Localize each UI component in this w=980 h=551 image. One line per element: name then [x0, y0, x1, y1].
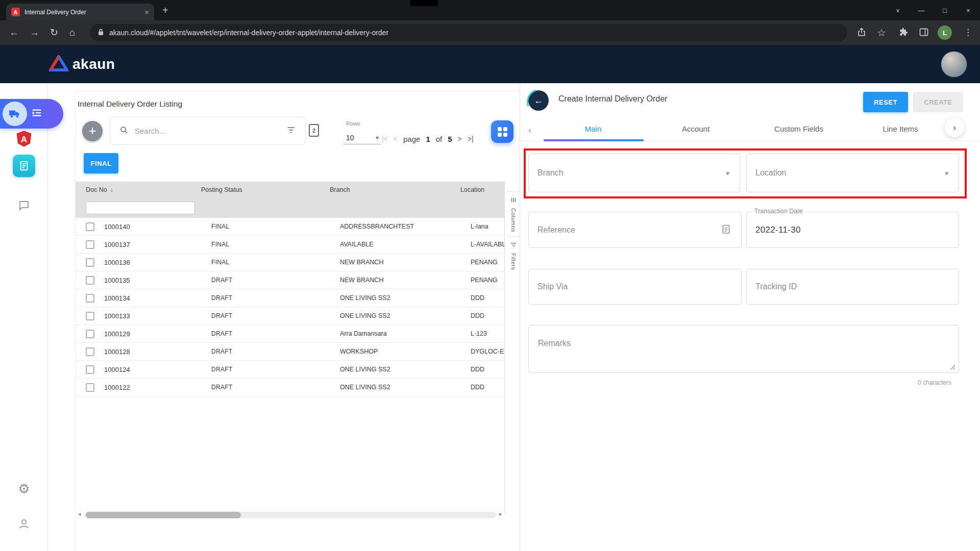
branch-label: Branch — [537, 168, 564, 178]
column-header-branch[interactable]: Branch — [330, 186, 460, 193]
tab-line-items[interactable]: Line Items — [883, 124, 918, 133]
cell-location: PENANG — [465, 277, 504, 284]
columns-side-tab[interactable]: Columns — [507, 191, 520, 236]
row-checkbox[interactable] — [86, 222, 94, 231]
sort-desc-icon[interactable]: ↓ — [110, 186, 113, 193]
back-button[interactable]: ← — [528, 90, 549, 111]
window-maximize-button[interactable]: □ — [933, 7, 957, 14]
create-button[interactable]: CREATE — [913, 92, 963, 112]
tabs-scroll-right-icon[interactable]: › — [945, 118, 964, 137]
last-page-icon[interactable]: >| — [468, 135, 474, 143]
row-checkbox[interactable] — [86, 330, 94, 338]
remarks-textarea[interactable]: Remarks — [528, 325, 959, 373]
sidebar-item-angular-applet[interactable]: A — [0, 130, 48, 147]
window-minimize-button[interactable]: — — [910, 7, 933, 14]
filters-side-tab[interactable]: Filters — [507, 236, 520, 274]
tabs-scroll-left-icon[interactable]: ‹ — [528, 125, 531, 136]
row-checkbox[interactable] — [86, 240, 94, 249]
table-body: 1000140 FINAL ADDRESSBRANCHTEST L-lana 1… — [76, 218, 504, 396]
ship-via-input[interactable]: Ship Via — [528, 269, 742, 305]
table-row[interactable]: 1000129 DRAFT Arra Damansara L-123 — [76, 325, 504, 343]
table-row[interactable]: 1000136 FINAL NEW BRANCH PENANG — [76, 254, 504, 271]
view-switcher-button[interactable] — [491, 120, 513, 143]
row-checkbox[interactable] — [86, 276, 94, 285]
add-record-button[interactable]: + — [82, 121, 103, 141]
search-input[interactable] — [135, 127, 280, 135]
tab-account[interactable]: Account — [682, 124, 709, 133]
rows-per-page-select[interactable]: 10 ▾ — [343, 131, 381, 144]
browser-menu-icon[interactable]: ⋮ — [964, 27, 972, 38]
branch-select[interactable]: Branch ▾ — [528, 154, 740, 192]
duplicate-pages-icon[interactable]: 2 — [309, 124, 319, 137]
sidebar-item-delivery-order[interactable] — [0, 155, 48, 177]
next-page-icon[interactable]: > — [458, 135, 462, 143]
applet-switcher-pill[interactable] — [0, 99, 63, 129]
table-row[interactable]: 1000133 DRAFT ONE LIVING SS2 DDD — [76, 307, 504, 325]
delivery-truck-icon[interactable] — [3, 102, 27, 126]
home-icon[interactable]: ⌂ — [69, 27, 75, 39]
row-checkbox[interactable] — [86, 294, 94, 303]
tab-custom-fields[interactable]: Custom Fields — [774, 124, 823, 133]
app-sidebar: A ⚙ — [0, 83, 48, 551]
page-current[interactable]: 1 — [426, 135, 430, 143]
tab-search-icon[interactable]: ∨ — [886, 7, 910, 14]
table-row[interactable]: 1000137 FINAL AVAILABLE L-AVAILABL — [76, 236, 504, 254]
share-icon[interactable] — [856, 27, 867, 39]
clipboard-icon[interactable] — [722, 224, 730, 236]
table-row[interactable]: 1000134 DRAFT ONE LIVING SS2 DDD — [76, 289, 504, 307]
column-header-posting-status[interactable]: Posting Status — [201, 186, 330, 193]
window-close-button[interactable]: × — [957, 7, 980, 14]
location-select[interactable]: Location ▾ — [746, 154, 959, 192]
row-checkbox[interactable] — [86, 312, 94, 320]
refresh-icon[interactable]: ↻ — [50, 27, 58, 39]
transaction-date-field[interactable]: Transaction Date 2022-11-30 — [746, 212, 959, 248]
filter-list-icon[interactable] — [286, 125, 296, 137]
cell-doc-no: 1000135 — [99, 277, 206, 284]
scrollbar-thumb[interactable] — [86, 512, 241, 518]
row-checkbox[interactable] — [86, 365, 94, 374]
tab-close-icon[interactable]: × — [144, 8, 149, 16]
bookmark-star-icon[interactable]: ☆ — [877, 27, 886, 39]
doc-no-filter-input[interactable] — [86, 202, 195, 214]
sidebar-item-chat[interactable] — [0, 199, 48, 212]
address-bar[interactable]: akaun.cloud/#/applet/tnt/wavelet/erp/int… — [90, 24, 847, 41]
browser-profile-avatar[interactable]: L — [938, 26, 952, 40]
row-checkbox[interactable] — [86, 383, 94, 392]
table-row[interactable]: 1000140 FINAL ADDRESSBRANCHTEST L-lana — [76, 218, 504, 236]
cell-branch: ONE LIVING SS2 — [335, 294, 465, 302]
resize-grip-icon[interactable] — [949, 364, 955, 369]
screen: A Internal Delivery Order × + ∨ — □ × ← … — [0, 0, 980, 551]
first-page-icon[interactable]: |< — [382, 135, 388, 143]
row-checkbox[interactable] — [86, 347, 94, 356]
row-checkbox[interactable] — [86, 258, 94, 267]
table-row[interactable]: 1000128 DRAFT WORKSHOP DYGLOC-ED — [76, 343, 504, 361]
column-header-location[interactable]: Location — [460, 186, 504, 193]
extensions-puzzle-icon[interactable] — [898, 27, 909, 39]
scroll-right-icon[interactable]: ▸ — [499, 511, 502, 517]
column-header-doc-no[interactable]: Doc No ↓ — [76, 186, 201, 193]
table-row[interactable]: 1000124 DRAFT ONE LIVING SS2 DDD — [76, 361, 504, 379]
cell-branch: AVAILABLE — [335, 241, 465, 248]
table-row[interactable]: 1000122 DRAFT ONE LIVING SS2 DDD — [76, 379, 504, 396]
settings-gear-icon[interactable]: ⚙ — [0, 482, 48, 495]
cell-location: PENANG — [465, 259, 504, 266]
back-icon[interactable]: ← — [9, 27, 19, 39]
reference-input[interactable]: Reference — [528, 212, 742, 248]
menu-open-icon[interactable] — [31, 107, 42, 120]
final-filter-button[interactable]: FINAL — [84, 153, 118, 173]
browser-tab[interactable]: A Internal Delivery Order × — [6, 4, 154, 20]
prev-page-icon[interactable]: < — [394, 135, 398, 143]
user-avatar[interactable] — [941, 51, 967, 78]
forward-icon[interactable]: → — [30, 27, 39, 39]
profile-person-icon[interactable] — [0, 518, 48, 530]
cell-location: L-lana — [465, 223, 504, 230]
table-row[interactable]: 1000135 DRAFT NEW BRANCH PENANG — [76, 271, 504, 289]
new-tab-button[interactable]: + — [162, 4, 168, 16]
cell-posting-status: FINAL — [206, 223, 335, 230]
scroll-left-icon[interactable]: ◂ — [78, 511, 81, 517]
reset-button[interactable]: RESET — [863, 92, 908, 112]
tracking-id-input[interactable]: Tracking ID — [746, 269, 959, 305]
horizontal-scrollbar[interactable] — [85, 512, 496, 518]
side-panel-icon[interactable] — [919, 27, 929, 39]
tab-main[interactable]: Main — [585, 124, 602, 133]
